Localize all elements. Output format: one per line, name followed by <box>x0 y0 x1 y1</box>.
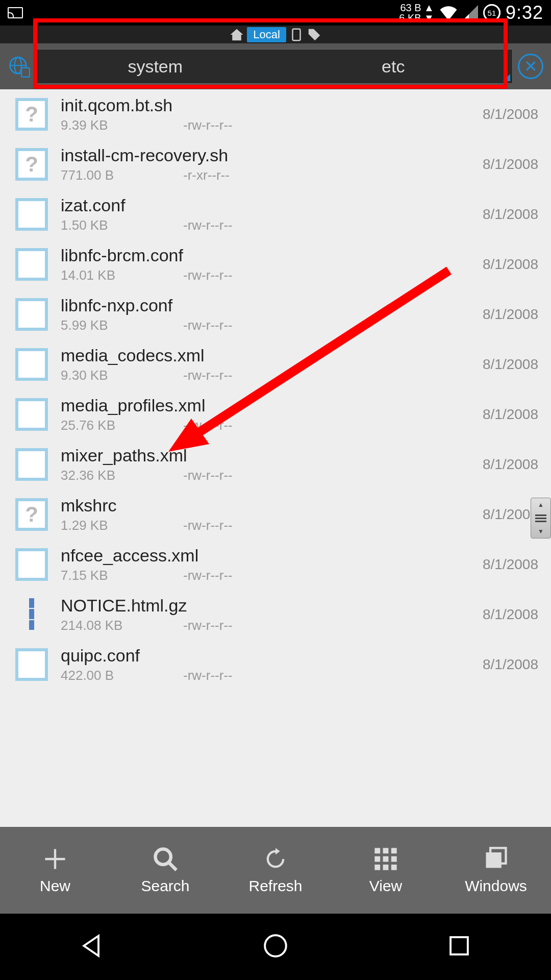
file-size: 32.36 KB <box>61 468 183 483</box>
text-file-icon <box>15 248 48 281</box>
file-row[interactable]: libnfc-brcm.conf14.01 KB-rw-r--r--8/1/20… <box>0 239 551 289</box>
breadcrumb-path[interactable]: system etc <box>36 49 513 84</box>
file-row[interactable]: media_profiles.xml25.76 KB-rw-r--r--8/1/… <box>0 389 551 439</box>
file-permissions: -rw-r--r-- <box>183 468 470 483</box>
svg-rect-16 <box>383 865 389 870</box>
file-date: 8/1/2008 <box>483 606 538 623</box>
new-button[interactable]: New <box>0 827 110 914</box>
file-row[interactable]: NOTICE.html.gz214.08 KB-rw-r--r--8/1/200… <box>0 590 551 640</box>
file-date: 8/1/2008 <box>483 106 538 122</box>
file-row[interactable]: media_codecs.xml9.30 KB-rw-r--r--8/1/200… <box>0 339 551 389</box>
search-icon <box>152 846 179 872</box>
file-permissions: -rw-r--r-- <box>183 618 470 633</box>
view-button[interactable]: View <box>331 827 441 914</box>
file-permissions: -rw-r--r-- <box>183 668 470 683</box>
file-date: 8/1/2008 <box>483 356 538 373</box>
windows-button[interactable]: Windows <box>441 827 551 914</box>
unknown-file-icon: ? <box>15 498 48 531</box>
file-name: NOTICE.html.gz <box>61 596 470 616</box>
home-tab-icon[interactable] <box>229 27 244 42</box>
breadcrumb-system[interactable]: system <box>36 50 274 83</box>
svg-rect-18 <box>486 852 502 868</box>
unknown-file-icon: ? <box>15 98 48 131</box>
bottom-toolbar: New Search Refresh View Windows <box>0 827 551 914</box>
file-permissions: -rw-r--r-- <box>183 267 470 283</box>
text-file-icon <box>15 448 48 481</box>
text-file-icon <box>15 398 48 431</box>
file-size: 422.00 B <box>61 668 183 683</box>
breadcrumb-bar: system etc ✕ <box>0 43 551 89</box>
file-date: 8/1/2008 <box>483 556 538 573</box>
svg-rect-12 <box>374 856 380 862</box>
refresh-icon <box>262 846 289 872</box>
network-stats: 63 B ▲ 6 KB ▼ <box>399 3 434 23</box>
file-permissions: -rw-r--r-- <box>183 518 470 533</box>
file-permissions: -r-xr--r-- <box>183 167 470 183</box>
archive-file-icon <box>15 598 48 631</box>
svg-rect-0 <box>292 29 300 40</box>
close-button[interactable]: ✕ <box>518 54 543 79</box>
file-size: 771.00 B <box>61 167 183 183</box>
nav-bar <box>0 914 551 980</box>
svg-rect-14 <box>391 856 397 862</box>
file-name: install-cm-recovery.sh <box>61 145 470 165</box>
svg-rect-21 <box>450 937 468 954</box>
back-button[interactable] <box>79 933 105 961</box>
home-button[interactable] <box>262 933 289 961</box>
file-size: 7.15 KB <box>61 568 183 583</box>
file-size: 25.76 KB <box>61 418 183 433</box>
file-row[interactable]: mixer_paths.xml32.36 KB-rw-r--r--8/1/200… <box>0 439 551 489</box>
svg-rect-4 <box>21 67 30 77</box>
breadcrumb-etc[interactable]: etc <box>274 50 513 83</box>
search-button[interactable]: Search <box>110 827 220 914</box>
file-size: 214.08 KB <box>61 618 183 633</box>
file-row[interactable]: ?mkshrc1.29 KB-rw-r--r--8/1/2008 <box>0 489 551 540</box>
unknown-file-icon: ? <box>15 148 48 181</box>
recent-button[interactable] <box>446 933 472 961</box>
file-date: 8/1/2008 <box>483 306 538 323</box>
tabs-row: Local <box>0 26 551 43</box>
file-list[interactable]: ?init.qcom.bt.sh9.39 KB-rw-r--r--8/1/200… <box>0 89 551 827</box>
file-permissions: -rw-r--r-- <box>183 568 470 583</box>
wifi-icon <box>439 5 458 20</box>
file-name: libnfc-brcm.conf <box>61 246 470 265</box>
file-permissions: -rw-r--r-- <box>183 117 470 133</box>
file-size: 9.30 KB <box>61 368 183 383</box>
svg-rect-15 <box>374 865 380 870</box>
file-date: 8/1/2008 <box>483 406 538 423</box>
file-row[interactable]: ?install-cm-recovery.sh771.00 B-r-xr--r-… <box>0 139 551 189</box>
file-name: izat.conf <box>61 195 470 215</box>
file-date: 8/1/2008 <box>483 206 538 223</box>
scroll-handle[interactable] <box>531 498 551 538</box>
file-size: 1.50 KB <box>61 217 183 233</box>
refresh-button[interactable]: Refresh <box>220 827 331 914</box>
file-date: 8/1/2008 <box>483 156 538 173</box>
file-name: libnfc-nxp.conf <box>61 296 470 315</box>
svg-rect-9 <box>374 848 380 853</box>
file-name: init.qcom.bt.sh <box>61 95 470 115</box>
file-row[interactable]: izat.conf1.50 KB-rw-r--r--8/1/2008 <box>0 189 551 239</box>
file-row[interactable]: quipc.conf422.00 B-rw-r--r--8/1/2008 <box>0 640 551 690</box>
svg-rect-17 <box>391 865 397 870</box>
network-globe-icon[interactable] <box>8 55 31 78</box>
file-size: 5.99 KB <box>61 317 183 333</box>
svg-line-8 <box>169 863 177 870</box>
status-bar: 63 B ▲ 6 KB ▼ 51 9:32 <box>0 0 551 26</box>
file-permissions: -rw-r--r-- <box>183 317 470 333</box>
device-tab-icon[interactable] <box>289 27 304 42</box>
svg-rect-11 <box>391 848 397 853</box>
tag-tab-icon[interactable] <box>307 27 322 42</box>
file-row[interactable]: nfcee_access.xml7.15 KB-rw-r--r--8/1/200… <box>0 540 551 590</box>
file-row[interactable]: ?init.qcom.bt.sh9.39 KB-rw-r--r--8/1/200… <box>0 89 551 139</box>
text-file-icon <box>15 548 48 581</box>
svg-rect-10 <box>383 848 389 853</box>
file-date: 8/1/2008 <box>483 256 538 273</box>
file-name: media_codecs.xml <box>61 346 470 365</box>
grid-icon <box>372 846 399 872</box>
cast-icon <box>8 7 23 18</box>
file-row[interactable]: libnfc-nxp.conf5.99 KB-rw-r--r--8/1/2008 <box>0 289 551 339</box>
svg-rect-13 <box>383 856 389 862</box>
svg-point-7 <box>156 849 171 865</box>
tab-local[interactable]: Local <box>247 27 286 42</box>
file-date: 8/1/2008 <box>483 456 538 473</box>
